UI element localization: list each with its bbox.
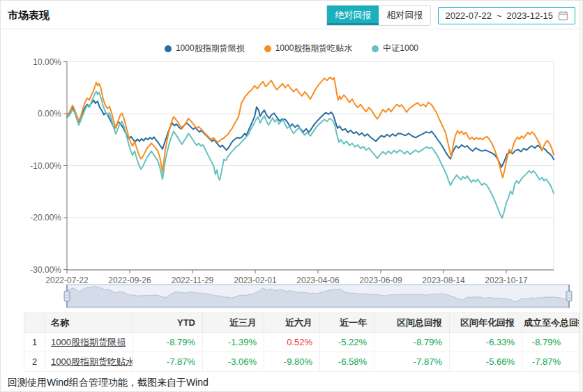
header-controls: 绝对回报 相对回报 2022-07-22 ~ 2023-12-15 <box>326 5 575 26</box>
return-value-cell: -8.79% <box>522 333 580 352</box>
portfolio-name-link[interactable]: 1000股指期货限损 <box>51 337 126 347</box>
return-value-cell: -8.79% <box>374 333 450 352</box>
portfolio-name-cell: 1000股指期货限损 <box>45 333 133 352</box>
table-row: 11000股指期货限损-8.79%-1.39%0.52%-5.22%-8.79%… <box>24 333 580 352</box>
x-axis-label: 2023-08-14 <box>422 276 465 285</box>
calendar-icon[interactable] <box>558 10 568 21</box>
return-value-cell: -9.80% <box>264 352 320 372</box>
x-axis-label: 2023-06-09 <box>359 276 402 285</box>
absolute-return-button[interactable]: 绝对回报 <box>327 6 379 25</box>
return-value-cell: -5.22% <box>320 333 374 352</box>
return-value-cell: 0.52% <box>264 333 320 352</box>
table-header-7: 成立至今总回报 <box>522 313 580 333</box>
portfolio-name-cell: 1000股指期货吃贴水 <box>45 352 133 372</box>
return-value-cell: -8.79% <box>133 333 203 352</box>
return-value-cell: -1.39% <box>203 333 264 352</box>
table-header-index <box>24 313 45 333</box>
market-performance-panel: 市场表现 绝对回报 相对回报 2022-07-22 ~ 2023-12-15 <box>0 0 583 392</box>
performance-table: 名称YTD近三月近六月近一年区间总回报区间年化回报成立至今总回报 11000股指… <box>24 312 580 372</box>
relative-return-button[interactable]: 相对回报 <box>379 6 430 25</box>
y-axis-label: -10.00% <box>30 161 61 171</box>
legend-dot-icon <box>264 45 271 52</box>
return-value-cell: -3.06% <box>203 352 264 372</box>
return-value-cell: -6.33% <box>450 333 522 352</box>
date-separator: ~ <box>497 10 502 21</box>
table-header-row: 名称YTD近三月近六月近一年区间总回报区间年化回报成立至今总回报 <box>24 313 580 333</box>
row-index: 1 <box>24 333 45 352</box>
table-header-3: 近六月 <box>264 313 320 333</box>
panel-header: 市场表现 绝对回报 相对回报 2022-07-22 ~ 2023-12-15 <box>1 1 582 29</box>
x-axis-label: 2023-04-06 <box>296 276 340 285</box>
y-axis-label: 10.00% <box>33 57 61 67</box>
performance-chart[interactable]: 10.00%0.00%-10.00%-20.00%-30.00%2022-07-… <box>1 53 583 312</box>
x-axis-label: 2023-10-17 <box>485 276 528 285</box>
table-header-2: 近三月 <box>203 313 264 333</box>
y-axis-label: 0.00% <box>38 109 61 119</box>
row-index: 2 <box>24 352 45 372</box>
table-header-1: YTD <box>133 313 203 333</box>
series-line-2 <box>67 91 554 218</box>
window-scrollbar[interactable] <box>580 1 582 391</box>
return-value-cell: -6.58% <box>320 352 374 372</box>
return-value-cell: -7.87% <box>133 352 203 372</box>
series-line-1 <box>67 77 554 178</box>
legend-dot-icon <box>372 45 379 52</box>
date-range-picker[interactable]: 2022-07-22 ~ 2023-12-15 <box>438 7 575 24</box>
table-header-5: 区间总回报 <box>374 313 450 333</box>
y-axis-label: -30.00% <box>30 265 61 275</box>
footer-note: 回测使用Wind组合管理功能，截图来自于Wind <box>8 377 209 389</box>
x-axis-label: 2022-09-26 <box>108 276 151 285</box>
date-start-value[interactable]: 2022-07-22 <box>445 10 492 21</box>
legend-dot-icon <box>165 45 172 52</box>
table-row: 21000股指期货吃贴水-7.87%-3.06%-9.80%-6.58%-7.8… <box>24 352 580 372</box>
return-value-cell: -7.87% <box>374 352 450 372</box>
x-axis-label: 2022-11-29 <box>172 276 214 285</box>
x-axis-label: 2023-02-01 <box>234 276 277 285</box>
return-value-cell: -5.66% <box>450 352 522 372</box>
return-value-cell: -7.87% <box>522 352 580 372</box>
page-title: 市场表现 <box>8 1 50 29</box>
return-mode-toggle: 绝对回报 相对回报 <box>326 5 431 26</box>
x-axis-label: 2022-07-22 <box>45 276 89 285</box>
portfolio-name-link[interactable]: 1000股指期货吃贴水 <box>51 356 133 367</box>
table-header-0: 名称 <box>45 313 133 333</box>
table-header-4: 近一年 <box>320 313 374 333</box>
date-end-value[interactable]: 2023-12-15 <box>507 10 554 21</box>
table-header-6: 区间年化回报 <box>450 313 522 333</box>
y-axis-label: -20.00% <box>30 213 61 223</box>
